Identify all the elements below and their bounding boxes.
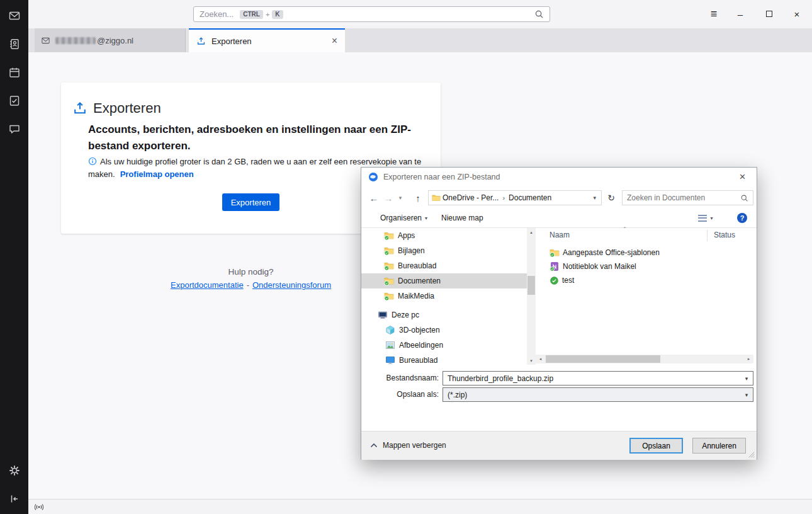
tree-item-afbeeldingen[interactable]: Afbeeldingen: [361, 338, 527, 353]
file-row-notitieblok[interactable]: Notitieblok van Maikel: [536, 260, 753, 273]
maximize-icon[interactable]: [759, 4, 779, 23]
history-dropdown-icon[interactable]: ▾: [395, 187, 405, 208]
folder-icon: [432, 193, 441, 202]
export-button[interactable]: Exporteren: [222, 193, 279, 211]
dialog-close-icon[interactable]: ×: [728, 168, 757, 186]
mail-space-icon[interactable]: [1, 3, 27, 28]
window-controls: ≡ – ×: [704, 4, 807, 23]
app-menu-icon[interactable]: ≡: [704, 4, 724, 23]
filename-dropdown-icon[interactable]: ▾: [741, 372, 752, 384]
saveas-select[interactable]: (*.zip) ▾: [443, 387, 753, 402]
tree-scrollbar-thumb[interactable]: [527, 276, 535, 295]
profile-folder-link[interactable]: Profielmap openen: [120, 169, 194, 179]
filename-label: Bestandsnaam:: [361, 371, 439, 386]
onenote-notebook-icon: [550, 261, 560, 271]
refresh-icon[interactable]: ↻: [604, 187, 618, 208]
help-separator: -: [247, 280, 249, 290]
tasks-space-icon[interactable]: [1, 88, 27, 113]
scroll-right-icon[interactable]: ▸: [745, 355, 753, 363]
info-icon: [88, 157, 97, 166]
up-folder-icon[interactable]: ↑: [410, 187, 426, 208]
3d-objects-icon: [385, 325, 395, 335]
network-status-icon[interactable]: [33, 501, 45, 513]
help-icon: ?: [737, 213, 747, 223]
dialog-navigation: ← → ▾ ↑ OneDrive - Per... › Documenten ▾…: [361, 187, 757, 208]
chevron-down-icon: ▾: [425, 215, 427, 221]
search-icon: [534, 9, 544, 19]
settings-gear-icon[interactable]: [1, 457, 27, 483]
desktop-icon: [385, 355, 395, 365]
folder-synced-icon: [384, 276, 394, 286]
synced-check-icon: [550, 276, 559, 285]
plus-sign: +: [266, 11, 269, 18]
change-view-button[interactable]: ▾: [696, 209, 715, 227]
thunderbird-logo-icon: [368, 172, 378, 182]
breadcrumb-documenten[interactable]: Documenten: [507, 193, 553, 202]
folder-synced-icon: [384, 246, 394, 256]
collapse-spaces-icon[interactable]: [1, 486, 27, 511]
breadcrumb-onedrive[interactable]: OneDrive - Per...: [441, 193, 500, 202]
tree-item-bureaublad-pc[interactable]: Bureaublad: [361, 353, 527, 365]
help-button[interactable]: ?: [736, 209, 748, 227]
tree-item-maikmedia[interactable]: MaikMedia: [361, 288, 527, 304]
tab-mail-account[interactable]: @ziggo.nl: [35, 28, 186, 52]
spaces-toolbar: [0, 0, 28, 514]
export-documentation-link[interactable]: Exportdocumentatie: [171, 280, 244, 290]
folder-synced-icon: [384, 231, 394, 241]
column-header-status[interactable]: Status: [714, 231, 735, 239]
filename-value: Thunderbird_profile_backup.zip: [448, 374, 553, 383]
file-row-office-sjablonen[interactable]: Aangepaste Office-sjablonen: [536, 246, 753, 260]
addressbook-space-icon[interactable]: [1, 31, 27, 57]
status-bar: [28, 499, 812, 514]
scroll-down-icon[interactable]: ▾: [527, 357, 536, 365]
tree-scrollbar[interactable]: ▴ ▾: [527, 228, 536, 365]
tree-item-apps[interactable]: Apps: [361, 228, 527, 243]
chat-space-icon[interactable]: [1, 116, 27, 142]
breadcrumb-separator-icon: ›: [500, 194, 507, 202]
k-key-badge: K: [272, 10, 283, 19]
support-forum-link[interactable]: Ondersteuningsforum: [252, 280, 331, 290]
cancel-button[interactable]: Annuleren: [692, 438, 746, 454]
file-list: ˆ Naam Status Aangepaste Office-sjablone…: [536, 228, 753, 365]
dialog-titlebar[interactable]: Exporteren naar een ZIP-bestand ×: [361, 168, 757, 186]
dialog-footer: Mappen verbergen Opslaan Annuleren: [361, 431, 757, 460]
folder-synced-icon: [550, 248, 560, 258]
tab-exporteren[interactable]: Exporteren ×: [189, 28, 345, 52]
unified-toolbar: Zoeken... CTRL + K ≡ – ×: [28, 0, 812, 28]
dialog-search-input[interactable]: Zoeken in Documenten: [622, 190, 753, 205]
scroll-left-icon[interactable]: ◂: [536, 355, 544, 363]
export-subtitle: Accounts, berichten, adresboeken en inst…: [88, 122, 438, 154]
dialog-toolbar: Organiseren▾ Nieuwe map ▾ ?: [361, 209, 757, 227]
save-button[interactable]: Opslaan: [629, 438, 683, 454]
file-list-header: ˆ Naam Status: [536, 228, 753, 243]
close-icon[interactable]: ×: [787, 4, 807, 23]
back-icon[interactable]: ←: [366, 187, 381, 208]
computer-icon: [378, 310, 388, 320]
tree-item-bureaublad[interactable]: Bureaublad: [361, 258, 527, 273]
tree-item-deze-pc[interactable]: Deze pc: [361, 307, 527, 323]
forward-icon[interactable]: →: [381, 187, 395, 208]
resize-grip[interactable]: [748, 451, 755, 459]
scroll-up-icon[interactable]: ▴: [527, 228, 536, 236]
saveas-dropdown-icon[interactable]: ▾: [741, 389, 752, 401]
file-list-horizontal-scrollbar[interactable]: ◂ ▸: [536, 355, 753, 363]
address-dropdown-icon[interactable]: ▾: [591, 195, 598, 201]
tab-close-icon[interactable]: ×: [332, 36, 337, 46]
horizontal-scrollbar-thumb[interactable]: [546, 355, 660, 363]
filename-input[interactable]: Thunderbird_profile_backup.zip ▾: [443, 371, 753, 386]
minimize-icon[interactable]: –: [730, 4, 750, 23]
folder-synced-icon: [384, 291, 394, 301]
hide-folders-button[interactable]: Mappen verbergen: [370, 441, 446, 450]
global-search-input[interactable]: Zoeken... CTRL + K: [193, 6, 550, 22]
file-row-test[interactable]: test: [536, 273, 753, 287]
address-bar[interactable]: OneDrive - Per... › Documenten ▾: [428, 190, 602, 205]
tree-item-3d-objecten[interactable]: 3D-objecten: [361, 323, 527, 338]
saveas-label: Opslaan als:: [361, 387, 439, 402]
ctrl-key-badge: CTRL: [240, 10, 263, 19]
column-header-naam[interactable]: Naam: [550, 231, 570, 239]
calendar-space-icon[interactable]: [1, 59, 27, 85]
tree-item-bijlagen[interactable]: Bijlagen: [361, 243, 527, 258]
tree-item-documenten[interactable]: Documenten: [361, 273, 527, 288]
organize-button[interactable]: Organiseren▾: [380, 209, 427, 227]
new-folder-button[interactable]: Nieuwe map: [441, 209, 483, 227]
